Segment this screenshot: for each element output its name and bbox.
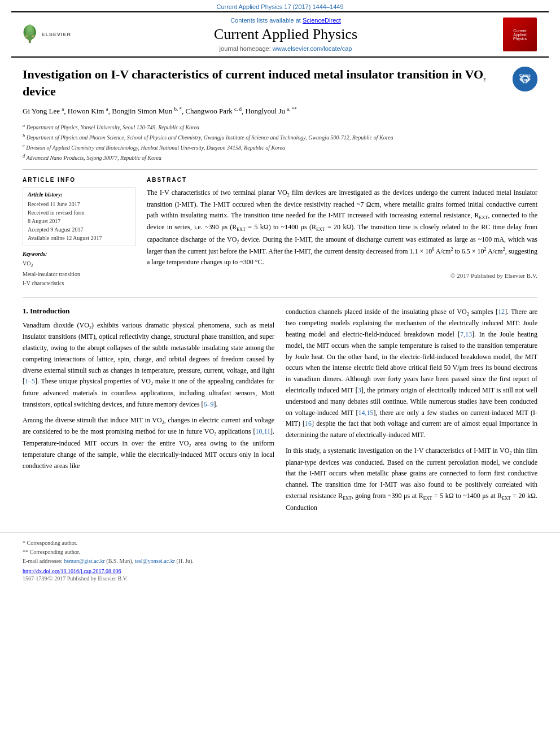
journal-header: ELSEVIER Contents lists available at Sci… (11, 11, 549, 58)
keyword-vo2: VO2 (23, 259, 135, 270)
doi-line: http://dx.doi.org/10.1016/j.cap.2017.08.… (23, 568, 537, 574)
journal-header-center: Contents lists available at ScienceDirec… (71, 17, 500, 52)
intro-heading: 1. Introduction (23, 307, 274, 316)
keywords-title: Keywords: (23, 251, 135, 257)
two-column-body: 1. Introduction Vanadium dioxide (VO2) e… (23, 307, 537, 518)
logo-line1: Current (513, 29, 526, 33)
abstract-section: ABSTRACT The I-V characteristics of two … (147, 177, 537, 288)
abstract-text: The I-V characteristics of two terminal … (147, 187, 537, 268)
logo-line2: Applied (513, 33, 526, 37)
keywords-section: Keywords: VO2 Metal-insulator transition… (23, 251, 135, 288)
logo-line3: Physics (513, 37, 527, 41)
title-section: Investigation on I-V characteristics of … (23, 67, 537, 99)
svg-rect-7 (32, 36, 34, 37)
keyword-iv: I-V characteristics (23, 279, 135, 288)
affiliation-d: d Advanced Nano Products, Sejong 30077, … (23, 153, 537, 162)
elsevier-text: ELSEVIER (41, 32, 71, 37)
right-para-2: In this study, a systematic investigatio… (286, 445, 537, 513)
article-info: ARTICLE INFO Article history: Received 1… (23, 177, 135, 288)
right-para-1: conduction channels placed inside of the… (286, 307, 537, 441)
ref-16[interactable]: 16 (305, 420, 312, 427)
intro-para-1: Vanadium dioxide (VO2) exhibits various … (23, 320, 274, 410)
paper-content: Investigation on I-V characteristics of … (0, 58, 560, 527)
ref-12[interactable]: 12 (498, 308, 505, 316)
received-date: Received 11 June 2017 (28, 200, 130, 208)
science-direct-link[interactable]: ScienceDirect (303, 17, 341, 24)
email-link-1[interactable]: bsmun@gist.ac.kr (64, 558, 105, 564)
svg-rect-6 (25, 36, 28, 37)
article-title: Investigation on I-V characteristics of … (23, 67, 506, 99)
ref-3[interactable]: 3 (358, 386, 361, 394)
intro-para-2: Among the diverse stimuli that induce MI… (23, 415, 274, 472)
svg-point-5 (27, 24, 32, 32)
crossmark-badge: Cross Mark (513, 67, 537, 91)
footnote-1: * Corresponding author. (23, 539, 537, 548)
homepage-link[interactable]: www.elsevier.com/locate/cap (273, 45, 352, 52)
affiliation-b: b Department of Physics and Photon Scien… (23, 133, 537, 142)
accepted-date: Accepted 9 August 2017 (28, 225, 130, 234)
revised-date: 8 August 2017 (28, 217, 130, 225)
journal-title: Current Applied Physics (71, 26, 500, 43)
authors-line: Gi Yong Lee a, Howon Kim a, Bongjin Simo… (23, 105, 537, 117)
ref-14-15[interactable]: 14,15 (358, 409, 374, 417)
crossmark: Cross Mark (513, 67, 537, 91)
article-history: Article history: Received 11 June 2017 R… (23, 187, 135, 246)
ref-6-9[interactable]: 6–9 (204, 400, 214, 408)
history-title: Article history: (28, 191, 130, 198)
section-divider (23, 297, 537, 298)
ref-10-11[interactable]: 10,11 (255, 427, 270, 435)
doi-link[interactable]: http://dx.doi.org/10.1016/j.cap.2017.08.… (23, 568, 121, 574)
ref-7-13[interactable]: 7,13 (460, 330, 472, 338)
citation-text: Current Applied Physics 17 (2017) 1444–1… (216, 3, 343, 10)
journal-logo-right: Current Applied Physics (500, 18, 540, 51)
keyword-mit: Metal-insulator transition (23, 270, 135, 279)
copyright-notice: © 2017 Published by Elsevier B.V. (147, 272, 537, 279)
science-direct-line: Contents lists available at ScienceDirec… (71, 17, 500, 24)
footnote-emails: E-mail addresses: bsmun@gist.ac.kr (B.S.… (23, 557, 537, 566)
right-column: conduction channels placed inside of the… (286, 307, 537, 518)
svg-text:Cross: Cross (519, 73, 531, 77)
homepage-line: journal homepage: www.elsevier.com/locat… (71, 45, 500, 52)
affiliations: a Department of Physics, Yonsei Universi… (23, 123, 537, 163)
email-link-2[interactable]: tesl@yonsei.ac.kr (135, 558, 175, 564)
article-body: ARTICLE INFO Article history: Received 1… (23, 169, 537, 288)
available-online-date: Available online 12 August 2017 (28, 234, 130, 242)
affiliation-a: a Department of Physics, Yonsei Universi… (23, 123, 537, 132)
footer: * Corresponding author. ** Corresponding… (0, 532, 560, 587)
abstract-title: ABSTRACT (147, 177, 537, 183)
elsevier-logo: ELSEVIER (20, 23, 71, 46)
journal-logo-box: Current Applied Physics (503, 18, 537, 51)
affiliation-c: c Division of Applied Chemistry and Biot… (23, 143, 537, 152)
issn-line: 1567-1739/© 2017 Published by Elsevier B… (23, 575, 537, 582)
footnote-2: ** Corresponding author. (23, 548, 537, 557)
journal-citation: Current Applied Physics 17 (2017) 1444–1… (0, 0, 560, 11)
ref-1-5[interactable]: 1–5 (25, 377, 35, 385)
article-info-title: ARTICLE INFO (23, 177, 135, 183)
received-revised-label: Received in revised form (28, 208, 130, 217)
left-column: 1. Introduction Vanadium dioxide (VO2) e… (23, 307, 274, 518)
